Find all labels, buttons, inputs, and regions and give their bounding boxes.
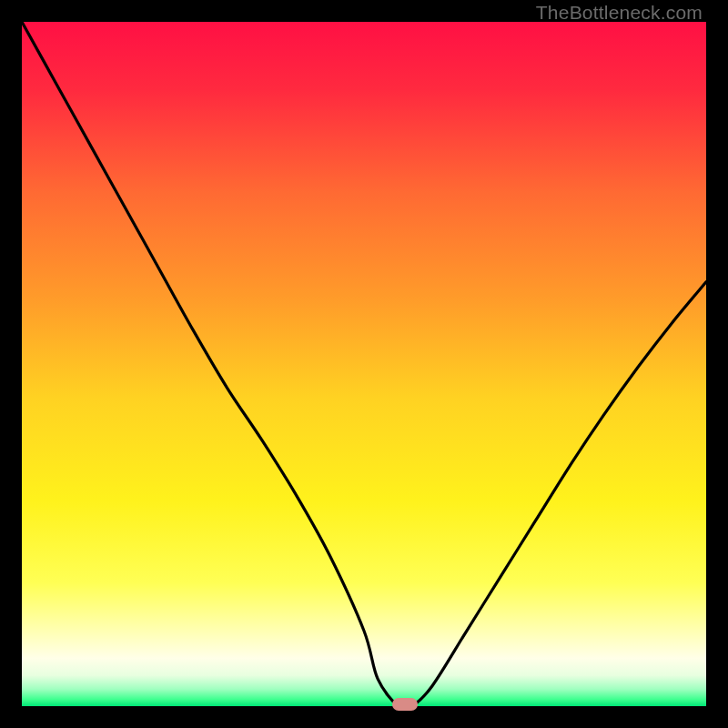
watermark-text: TheBottleneck.com <box>536 2 703 24</box>
bottleneck-curve <box>22 22 706 706</box>
optimal-point-marker <box>392 698 418 711</box>
chart-frame <box>22 22 706 706</box>
